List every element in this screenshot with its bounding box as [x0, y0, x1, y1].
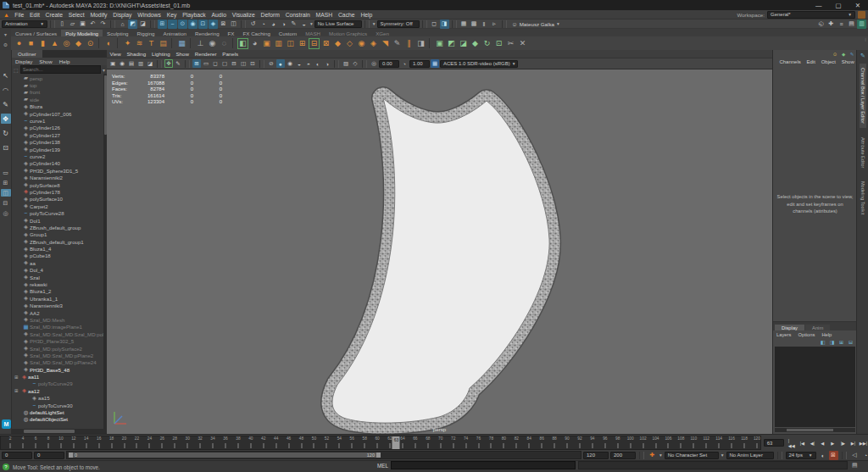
safe-action-icon[interactable]: ◫	[239, 59, 248, 68]
shelf-tab-poly-modeling[interactable]: Poly Modeling	[61, 30, 103, 36]
snap-curve-icon[interactable]: ~	[168, 19, 177, 29]
poly-sphere-icon[interactable]: ●	[14, 38, 25, 49]
outliner-item-szal[interactable]: ◈Szal	[12, 274, 107, 280]
save-scene-icon[interactable]: ▣	[78, 19, 87, 29]
channel-box-toggle-icon[interactable]: ▥	[857, 19, 866, 29]
use-all-lights-icon[interactable]: ◒	[295, 59, 303, 68]
outliner-item-curve1[interactable]: ~curve1	[12, 117, 107, 124]
occlusion-icon[interactable]: ◐	[314, 59, 322, 68]
grid-toggle-icon[interactable]: ⊞	[192, 59, 201, 68]
render-settings-icon[interactable]: ✎	[289, 19, 298, 29]
grease-pencil-icon[interactable]: ✎	[174, 59, 182, 68]
viewport-menu-panels[interactable]: Panels	[220, 51, 242, 57]
sidebar-tab-channel-box-layer-editor[interactable]: Channel Box / Layer Editor	[860, 64, 866, 128]
selection-component-icon[interactable]: ◪	[138, 19, 147, 29]
layer-editor-tab-anim[interactable]: Anim	[805, 325, 830, 330]
construction-grid-icon[interactable]: ▦	[176, 38, 187, 49]
boolean-difference-icon[interactable]: ◇	[344, 38, 355, 49]
shadows-icon[interactable]: ◓	[304, 59, 313, 68]
outliner-item-dol-4[interactable]: ◈Dol_4	[12, 267, 107, 274]
shelf-tab-fx[interactable]: FX	[224, 30, 239, 36]
playback-speed-icon[interactable]: ◔	[861, 451, 868, 460]
layer-visibility-icon[interactable]: ◧	[819, 338, 826, 345]
account-menu[interactable]: ☺Mateusz Galka▾	[509, 21, 563, 27]
modeling-toolkit-toggle-icon[interactable]: ◵	[816, 19, 826, 29]
live-surface-field[interactable]: No Live Surface	[314, 20, 362, 28]
color-managed-icon[interactable]: ▦	[431, 59, 439, 68]
live-surface-caret-icon[interactable]: ▾	[309, 21, 314, 26]
animation-start-field[interactable]: 0	[2, 452, 32, 459]
exposure-icon[interactable]: ◎	[370, 59, 378, 68]
wedge-icon[interactable]: ◥	[380, 38, 391, 49]
outliner-menu-show[interactable]: Show	[36, 58, 55, 64]
outliner-item-aa12[interactable]: ⊞◈aa12	[12, 387, 107, 394]
main-menu-display[interactable]: Display	[110, 12, 135, 18]
vest-mesh[interactable]	[107, 69, 772, 434]
sphere-projection-icon[interactable]: ◐	[103, 38, 114, 49]
outliner-item-polysurface10[interactable]: ◈polySurface10	[12, 196, 107, 203]
main-menu-playback[interactable]: Playback	[180, 12, 209, 18]
outliner-item-naramienniki3[interactable]: ◈Naramienniki3	[12, 303, 107, 309]
two-pane-layout[interactable]: ⊟	[1, 199, 11, 207]
outliner-item-aa2[interactable]: ◈AA2	[12, 309, 107, 316]
main-menu-edit[interactable]: Edit	[27, 12, 43, 18]
channel-box-menu-edit[interactable]: Edit	[804, 59, 818, 64]
time-slider-ruler[interactable]: 2468101214161820222426283032343638404244…	[0, 436, 761, 450]
symmetry-field[interactable]: Symmetry: Off	[377, 20, 420, 28]
gamma-icon[interactable]: ◔	[400, 59, 409, 68]
target-weld-icon[interactable]: ▣	[434, 38, 445, 49]
current-frame-field[interactable]: 63	[764, 439, 784, 447]
layer-editor-menu-layers[interactable]: Layers	[773, 332, 794, 337]
set-key-icon[interactable]: ✚	[648, 451, 657, 460]
bridge-icon[interactable]: ⊠	[320, 38, 331, 49]
step-back-frame-button[interactable]: |◀	[798, 437, 807, 448]
param-tool-icon[interactable]: ◌	[219, 38, 230, 49]
outliner-item-bluza1-4[interactable]: ◈Bluza1_4	[12, 245, 107, 252]
channel-box-menu-object[interactable]: Object	[818, 59, 838, 64]
relax-brush-icon[interactable]: ◕	[249, 38, 260, 49]
search-filter-caret-icon[interactable]: ▾	[103, 67, 105, 73]
resolution-gate-icon[interactable]: ◻	[211, 59, 220, 68]
layer-playback-icon[interactable]: ◨	[828, 338, 836, 345]
poly-cone-icon[interactable]: ▲	[49, 38, 60, 49]
sidebar-tab-modeling-toolkit[interactable]: Modeling Toolkit	[860, 177, 866, 219]
scissors-icon[interactable]: ✂	[505, 38, 516, 49]
main-menu-help[interactable]: Help	[358, 12, 376, 18]
layer-editor-scrollbar[interactable]	[775, 428, 855, 432]
character-set-field[interactable]: No Character Set	[665, 452, 719, 459]
outliner-item-group1[interactable]: ◈Group1	[12, 231, 107, 238]
playback-options-icon[interactable]: ◖	[818, 451, 827, 460]
paint-effects-icon[interactable]: ◒	[299, 19, 309, 29]
outliner-item-defaultobjectset[interactable]: ◍defaultObjectSet	[12, 416, 107, 423]
layer-editor-tab-display[interactable]: Display	[775, 325, 804, 330]
outliner-item-zbrush-default-group[interactable]: ◈ZBrush_default_group	[12, 224, 107, 230]
node-editor-icon[interactable]: ▩	[470, 19, 479, 29]
shelf-tab-animation[interactable]: Animation	[159, 30, 192, 36]
construction-history-icon[interactable]: ↺	[248, 19, 258, 29]
select-camera-icon[interactable]: ▣	[108, 59, 117, 68]
layer-list[interactable]	[775, 347, 855, 427]
outliner-item-ph3d-plane302-5[interactable]: ◈PH3D_Plane302_5	[12, 337, 107, 344]
script-editor-icon[interactable]: ▤	[852, 462, 858, 469]
shaded-icon[interactable]: ●	[276, 59, 285, 68]
selection-hierarchy-icon[interactable]: ⌂	[118, 19, 127, 29]
snap-view-plane-icon[interactable]: ⊡	[198, 19, 208, 29]
outliner-item-pcube18[interactable]: ◈pCube18	[12, 253, 107, 259]
lock-selection-icon[interactable]: ⊠	[219, 19, 228, 29]
main-menu-audio[interactable]: Audio	[209, 12, 229, 18]
shelf-tab-sculpting[interactable]: Sculpting	[103, 30, 132, 36]
outliner-item-pcylinder107-006[interactable]: ◈pCylinder107_006	[12, 110, 107, 117]
outliner-item-aa11[interactable]: ⊞◈aa11	[12, 373, 107, 380]
shelf-tab-xgen[interactable]: XGen	[371, 30, 393, 36]
mute-audio-icon[interactable]: ◁	[850, 451, 860, 460]
transform-component-icon[interactable]: ⊡	[493, 38, 504, 49]
highlight-selection-icon[interactable]: ◫	[229, 19, 238, 29]
outliner-item-zbrush-default-group1[interactable]: ◈ZBrush_default_group1	[12, 238, 107, 245]
outliner-item-szal-md-szal-md-pplane2[interactable]: ◈Szal_MD:Szal_MD:pPlane2	[12, 352, 107, 358]
outliner-item-polytocurve29[interactable]: ~polyToCurve29	[12, 380, 107, 387]
rotate-tool[interactable]: ↻	[1, 128, 11, 138]
persp-outliner-layout[interactable]: ◫	[1, 189, 11, 197]
main-menu-deform[interactable]: Deform	[258, 12, 282, 18]
main-menu-modify[interactable]: Modify	[87, 12, 110, 18]
playback-start-field[interactable]: 0	[34, 452, 64, 459]
